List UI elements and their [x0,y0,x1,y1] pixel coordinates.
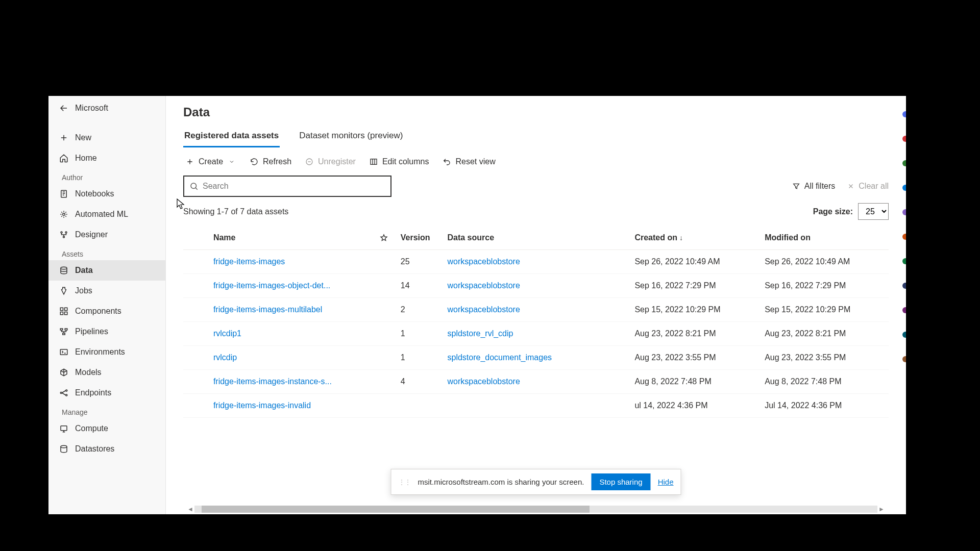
row-modified: Sep 16, 2022 7:29 PM [758,274,889,298]
refresh-icon [250,157,259,166]
col-version[interactable]: Version [395,226,442,250]
row-version: 2 [395,298,442,322]
nav-compute[interactable]: Compute [48,418,165,439]
row-favorite[interactable] [374,274,395,298]
table-row[interactable]: rvlcdip1spldstore_document_imagesAug 23,… [183,346,889,370]
row-data-source[interactable] [441,394,628,418]
nav-automated-ml[interactable]: Automated ML [48,204,165,224]
row-name[interactable]: fridge-items-images-multilabel [207,298,374,322]
col-name[interactable]: Name [207,226,374,250]
tab-registered-data-assets[interactable]: Registered data assets [183,128,280,147]
unregister-icon [305,157,314,166]
datastores-icon [59,444,69,454]
row-data-source[interactable]: workspaceblobstore [441,250,628,274]
row-checkbox[interactable] [183,250,207,274]
svg-point-4 [63,236,65,238]
col-created-on[interactable]: Created on↓ [628,226,758,250]
row-favorite[interactable] [374,298,395,322]
scrollbar-track[interactable] [194,506,877,513]
col-data-source[interactable]: Data source [441,226,628,250]
scrollbar-thumb[interactable] [202,506,590,513]
table-row[interactable]: fridge-items-images-multilabel2workspace… [183,298,889,322]
nav-pipelines[interactable]: Pipelines [48,321,165,342]
row-created: Sep 15, 2022 10:29 PM [628,298,758,322]
row-favorite[interactable] [374,370,395,394]
row-checkbox[interactable] [183,370,207,394]
nav-data[interactable]: Data [48,260,165,281]
stop-sharing-button[interactable]: Stop sharing [591,473,650,490]
row-name[interactable]: fridge-items-images-instance-s... [207,370,374,394]
col-modified-on[interactable]: Modified on [758,226,889,250]
chevron-down-icon [227,157,236,166]
row-created: ul 14, 2022 4:36 PM [628,394,758,418]
table-row[interactable]: rvlcdip11spldstore_rvl_cdipAug 23, 2022 … [183,322,889,346]
nav-new[interactable]: New [48,128,165,148]
nav-datastores[interactable]: Datastores [48,439,165,459]
table-row[interactable]: fridge-items-images-instance-s...4worksp… [183,370,889,394]
nav-environments[interactable]: Environments [48,342,165,362]
refresh-button[interactable]: Refresh [248,155,293,168]
refresh-label: Refresh [263,157,291,166]
row-checkbox[interactable] [183,274,207,298]
hide-link[interactable]: Hide [658,478,674,486]
row-data-source[interactable]: workspaceblobstore [441,298,628,322]
nav-pipelines-label: Pipelines [75,327,108,336]
drag-grip-icon[interactable]: ⋮⋮ [398,478,410,486]
search-input[interactable] [203,182,385,191]
row-data-source[interactable]: spldstore_document_images [441,346,628,370]
row-checkbox[interactable] [183,394,207,418]
nav-designer[interactable]: Designer [48,224,165,245]
svg-rect-8 [60,312,63,315]
filter-icon [792,182,800,190]
clear-all-button[interactable]: Clear all [847,182,889,191]
row-modified: Sep 26, 2022 10:49 AM [758,250,889,274]
page-size-select[interactable]: 25 [858,203,889,220]
row-name[interactable]: fridge-items-images [207,250,374,274]
row-name[interactable]: fridge-items-images-invalid [207,394,374,418]
nav-jobs[interactable]: Jobs [48,281,165,301]
row-name[interactable]: rvlcdip [207,346,374,370]
row-checkbox[interactable] [183,322,207,346]
svg-point-15 [66,390,67,391]
row-modified: Sep 15, 2022 10:29 PM [758,298,889,322]
svg-rect-12 [63,333,65,335]
row-data-source[interactable]: workspaceblobstore [441,370,628,394]
table-row[interactable]: fridge-items-images25workspaceblobstoreS… [183,250,889,274]
row-favorite[interactable] [374,394,395,418]
horizontal-scrollbar[interactable]: ◄ ► [186,505,886,513]
svg-rect-11 [65,329,67,330]
tab-dataset-monitors[interactable]: Dataset monitors (preview) [298,128,404,147]
row-data-source[interactable]: workspaceblobstore [441,274,628,298]
nav-notebooks[interactable]: Notebooks [48,184,165,204]
col-select[interactable] [183,226,207,250]
search-box[interactable] [183,176,391,197]
row-name[interactable]: fridge-items-images-object-det... [207,274,374,298]
row-favorite[interactable] [374,346,395,370]
table-row[interactable]: fridge-items-images-invalidul 14, 2022 4… [183,394,889,418]
col-favorite[interactable] [374,226,395,250]
row-checkbox[interactable] [183,346,207,370]
scroll-left-icon[interactable]: ◄ [186,506,194,513]
svg-point-21 [191,183,197,189]
main-content: Data Registered data assets Dataset moni… [166,96,906,514]
automl-icon [59,209,69,219]
create-button[interactable]: Create [183,155,238,168]
nav-components[interactable]: Components [48,301,165,321]
nav-back-microsoft[interactable]: Microsoft [48,98,165,118]
row-data-source[interactable]: spldstore_rvl_cdip [441,322,628,346]
nav-home[interactable]: Home [48,148,165,168]
reset-view-button[interactable]: Reset view [440,155,497,168]
row-favorite[interactable] [374,250,395,274]
nav-models[interactable]: Models [48,362,165,383]
table-row[interactable]: fridge-items-images-object-det...14works… [183,274,889,298]
home-icon [59,153,69,163]
environments-icon [59,347,69,357]
edit-columns-button[interactable]: Edit columns [367,155,431,168]
all-filters-button[interactable]: All filters [792,182,835,191]
nav-endpoints[interactable]: Endpoints [48,383,165,403]
scroll-right-icon[interactable]: ► [877,506,886,513]
reset-icon [442,157,451,166]
row-favorite[interactable] [374,322,395,346]
row-checkbox[interactable] [183,298,207,322]
row-name[interactable]: rvlcdip1 [207,322,374,346]
